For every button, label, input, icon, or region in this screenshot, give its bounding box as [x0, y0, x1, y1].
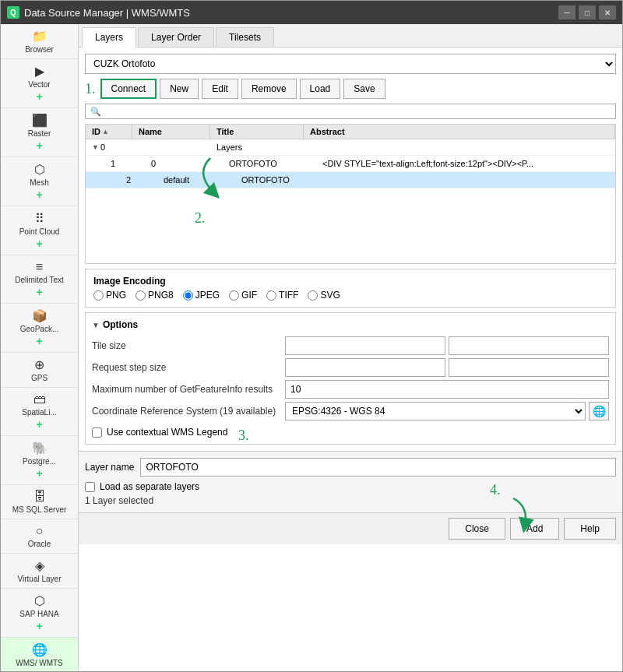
tab-layer-order[interactable]: Layer Order — [138, 27, 214, 47]
sidebar-item-delimited-text[interactable]: ≡ Delimited Text + — [1, 255, 78, 304]
cell-name: 0 — [145, 157, 223, 170]
request-step-height-input[interactable] — [449, 358, 609, 377]
radio-gif[interactable]: GIF — [229, 290, 257, 301]
sidebar-item-mssql[interactable]: 🗄 MS SQL Server — [1, 485, 78, 519]
add-button[interactable]: Add — [510, 518, 559, 540]
cell-title: Layers — [210, 141, 304, 153]
radio-svg[interactable]: SVG — [308, 290, 340, 301]
table-header: ID ▲ Name Title Abstract — [86, 125, 615, 139]
header-abstract: Abstract — [304, 125, 615, 139]
sidebar-item-postgres[interactable]: 🐘 Postgre... + — [1, 436, 78, 485]
sidebar-item-sap-hana[interactable]: ⬡ SAP HANA + — [1, 589, 78, 638]
use-wms-legend-label: Use contextual WMS Legend — [107, 427, 227, 438]
sidebar-item-gps[interactable]: ⊕ GPS — [1, 353, 78, 388]
tab-tilesets[interactable]: Tilesets — [216, 27, 274, 47]
panel-content: CUZK Ortofoto 1. Connect New Edit Remove… — [79, 47, 622, 451]
crs-row: EPSG:4326 - WGS 84 🌐 3. — [285, 402, 609, 420]
tab-layers[interactable]: Layers — [82, 27, 136, 47]
add-vector-icon: + — [36, 90, 42, 103]
table-row[interactable]: 2 default ORTOFOTO — [86, 172, 615, 188]
close-window-button[interactable]: ✕ — [599, 5, 616, 19]
connection-select[interactable]: CUZK Ortofoto — [85, 54, 616, 74]
sidebar-item-label: Delimited Text — [15, 276, 64, 284]
spatialite-icon: 🗃 — [33, 392, 46, 406]
save-button[interactable]: Save — [343, 79, 385, 99]
sidebar-item-geopackage[interactable]: 📦 GeoPack... + — [1, 304, 78, 353]
sidebar-item-oracle[interactable]: ○ Oracle — [1, 519, 78, 554]
radio-png8[interactable]: PNG8 — [136, 290, 174, 301]
header-name: Name — [132, 125, 210, 139]
sidebar-item-raster[interactable]: ⬛ Raster + — [1, 108, 78, 157]
radio-jpeg[interactable]: JPEG — [183, 290, 220, 301]
minimize-button[interactable]: ─ — [558, 5, 575, 19]
search-icon: 🔍 — [90, 107, 101, 117]
load-separate-label: Load as separate layers — [100, 481, 199, 492]
vector-icon: ▶ — [35, 64, 44, 79]
add-pg-icon: + — [36, 467, 42, 480]
geopackage-icon: 📦 — [32, 308, 48, 323]
load-separate-checkbox[interactable] — [85, 482, 95, 492]
sidebar-item-label: SpatiaLi... — [22, 408, 56, 417]
layer-name-label: Layer name — [85, 462, 134, 473]
sidebar-item-wms-wmts[interactable]: 🌐 WMS/ WMTS — [1, 638, 78, 671]
use-wms-legend-checkbox[interactable] — [92, 427, 102, 438]
title-bar: Q Data Source Manager | WMS/WMTS ─ □ ✕ — [1, 1, 622, 24]
window-controls: ─ □ ✕ — [558, 5, 616, 19]
tab-bar: Layers Layer Order Tilesets — [79, 24, 622, 47]
sidebar-item-label: MS SQL Server — [12, 505, 67, 514]
connect-button[interactable]: Connect — [100, 79, 157, 99]
cell-id: 2 — [111, 174, 157, 186]
sidebar-item-mesh[interactable]: ⬡ Mesh + — [1, 157, 78, 206]
remove-button[interactable]: Remove — [241, 79, 297, 99]
crs-select[interactable]: EPSG:4326 - WGS 84 — [285, 402, 586, 420]
sidebar-item-label: Browser — [25, 45, 54, 54]
cell-abstract — [304, 146, 615, 149]
crs-globe-button[interactable]: 🌐 — [589, 402, 609, 420]
max-getfeature-input[interactable] — [285, 380, 609, 399]
raster-icon: ⬛ — [32, 113, 48, 128]
sidebar-item-label: Virtual Layer — [18, 575, 62, 583]
gps-icon: ⊕ — [34, 357, 44, 372]
window-title: Data Source Manager | WMS/WMTS — [24, 7, 190, 19]
max-getfeature-label: Maximum number of GetFeatureInfo results — [92, 384, 279, 395]
browser-icon: 📁 — [32, 29, 48, 44]
sidebar-item-label: Postgre... — [23, 457, 56, 466]
sidebar-item-label: SAP HANA — [19, 610, 58, 618]
layer-name-input[interactable] — [140, 458, 616, 477]
right-panel: Layers Layer Order Tilesets CUZK Ortofot… — [79, 24, 622, 671]
expand-icon[interactable]: ▼ — [92, 143, 99, 151]
search-input[interactable] — [104, 106, 611, 117]
layer-selected-row: 1 Layer selected — [85, 495, 616, 506]
header-title: Title — [210, 125, 304, 139]
connection-row: CUZK Ortofoto — [85, 54, 616, 74]
sidebar-item-vector[interactable]: ▶ Vector + — [1, 59, 78, 108]
add-gpkg-icon: + — [36, 335, 42, 347]
layer-name-row: Layer name — [85, 458, 616, 477]
search-row: 🔍 — [85, 104, 616, 119]
sidebar-item-spatialite[interactable]: 🗃 SpatiaLi... + — [1, 388, 78, 436]
options-title: Options — [103, 319, 138, 330]
sidebar-item-virtual-layer[interactable]: ◈ Virtual Layer — [1, 554, 78, 589]
options-header[interactable]: ▼ Options — [92, 319, 609, 330]
help-button[interactable]: Help — [564, 518, 616, 540]
maximize-button[interactable]: □ — [579, 5, 596, 19]
mssql-icon: 🗄 — [33, 490, 46, 504]
add-sap-icon: + — [36, 620, 42, 632]
radio-tiff[interactable]: TIFF — [266, 290, 298, 301]
tile-size-height-input[interactable] — [449, 336, 609, 355]
edit-button[interactable]: Edit — [202, 79, 238, 99]
request-step-width-input[interactable] — [285, 358, 445, 377]
sidebar-item-point-cloud[interactable]: ⠿ Point Cloud + — [1, 206, 78, 255]
footer: 4. Close Add Help — [79, 512, 622, 544]
sidebar-item-browser[interactable]: 📁 Browser — [1, 24, 78, 59]
layers-table: ID ▲ Name Title Abstract ▼ 0 — [85, 124, 616, 264]
sort-arrow-icon: ▲ — [102, 128, 109, 135]
add-dt-icon: + — [36, 286, 42, 298]
close-button[interactable]: Close — [449, 518, 505, 540]
load-button[interactable]: Load — [300, 79, 341, 99]
table-row[interactable]: 1 0 ORTOFOTO <DIV STYLE="text-align:Left… — [86, 156, 615, 172]
tile-size-width-input[interactable] — [285, 336, 445, 355]
table-row[interactable]: ▼ 0 Layers — [86, 139, 615, 156]
radio-png[interactable]: PNG — [93, 290, 126, 301]
new-button[interactable]: New — [160, 79, 199, 99]
